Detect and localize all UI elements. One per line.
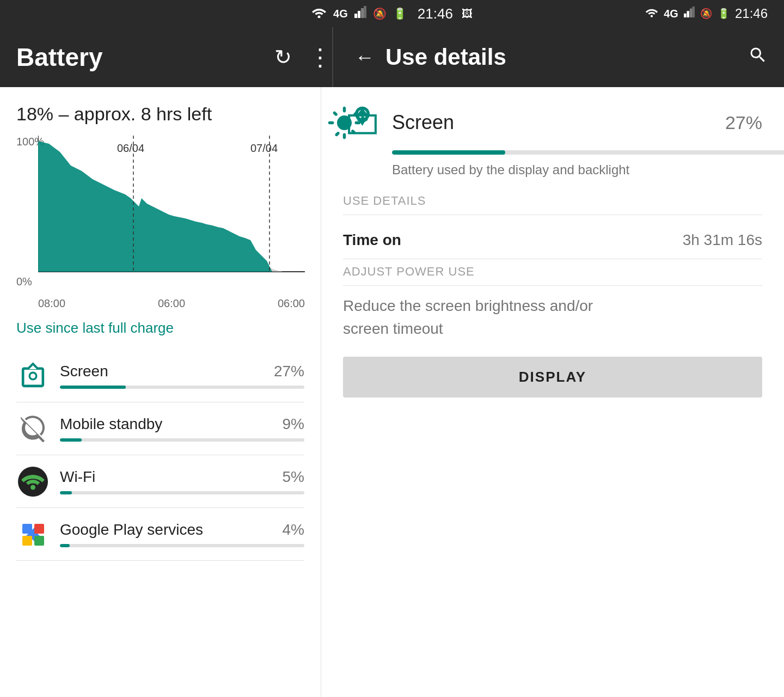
detail-bar-bg [392, 150, 784, 155]
usage-item-mobile-standby[interactable]: Mobile standby 9% [16, 402, 304, 455]
svg-rect-25 [22, 536, 32, 546]
battery-icon-right: 🔋 [718, 8, 730, 20]
wifi-usage-icon [16, 465, 49, 498]
usage-screen-bar-bg [60, 386, 304, 389]
svg-marker-12 [38, 141, 272, 272]
right-panel-title: Use details [385, 44, 506, 70]
chart-x-06-1: 06:00 [158, 297, 185, 310]
app-bar-title: Battery [16, 42, 103, 72]
usage-mobile-name: Mobile standby [60, 415, 162, 433]
usage-gplay-pct: 4% [283, 521, 304, 539]
app-bar-left: Battery ↻ ⋮ [16, 42, 332, 72]
usage-wifi-name: Wi-Fi [60, 468, 95, 486]
usage-screen-info: Screen 27% [60, 363, 304, 389]
usage-gplay-info: Google Play services 4% [60, 521, 304, 547]
signal-bars-icon [354, 6, 366, 21]
usage-gplay-bar-bg [60, 544, 304, 547]
status-bar-right: 4G 🔕 🔋 21:46 [645, 6, 768, 21]
svg-rect-9 [692, 7, 695, 17]
chart-svg: 06/04 07/04 [38, 136, 305, 288]
status-bar-center: 4G 🔕 🔋 21:46 🖼 [311, 5, 473, 22]
chart-y-bottom: 0% [16, 276, 32, 288]
svg-rect-23 [22, 524, 32, 534]
svg-point-0 [318, 16, 321, 19]
wifi-icon-right [645, 7, 658, 21]
4g-icon-right: 4G [664, 8, 678, 20]
mute-icon: 🔕 [373, 7, 387, 20]
usage-wifi-bar-bg [60, 491, 304, 494]
use-details-label: USE DETAILS [343, 194, 762, 215]
usage-wifi-pct: 5% [283, 468, 304, 486]
chart-x-08: 08:00 [38, 297, 65, 310]
detail-pct: 27% [725, 112, 762, 133]
refresh-button[interactable]: ↻ [274, 45, 292, 69]
left-panel: 18% – approx. 8 hrs left 100% 0% 06/04 0… [0, 87, 321, 697]
svg-point-5 [651, 15, 653, 17]
adjust-text: Reduce the screen brightness and/orscree… [343, 295, 762, 340]
usage-mobile-bar-bg [60, 438, 304, 442]
adjust-power-label: ADJUST POWER USE [343, 265, 762, 286]
svg-rect-2 [358, 11, 360, 18]
svg-point-19 [30, 485, 35, 490]
usage-wifi-bar-fill [60, 491, 72, 494]
more-button[interactable]: ⋮ [308, 45, 332, 69]
app-bar: Battery ↻ ⋮ ← Use details [0, 27, 784, 87]
usage-screen-name: Screen [60, 363, 108, 380]
display-button[interactable]: DISPLAY [343, 357, 762, 398]
main-content: 18% – approx. 8 hrs left 100% 0% 06/04 0… [0, 87, 784, 697]
usage-gplay-bar-fill [60, 544, 70, 547]
photo-icon: 🖼 [462, 8, 473, 20]
mobile-standby-icon [16, 412, 49, 445]
detail-title: Screen [392, 111, 454, 134]
usage-item-gplay[interactable]: Google Play services 4% [16, 508, 304, 561]
time-center: 21:46 [418, 5, 453, 22]
use-since-link[interactable]: Use since last full charge [16, 320, 304, 337]
svg-rect-24 [34, 524, 44, 534]
app-bar-icons: ↻ ⋮ [274, 45, 332, 69]
svg-rect-4 [364, 6, 366, 18]
status-bar: 4G 🔕 🔋 21:46 🖼 4G [0, 0, 784, 27]
usage-screen-pct: 27% [274, 363, 304, 380]
svg-rect-6 [684, 14, 687, 17]
detail-subtitle: Battery used by the display and backligh… [392, 162, 762, 178]
svg-text:07/04: 07/04 [250, 142, 278, 154]
svg-rect-26 [34, 536, 44, 546]
battery-icon-center: 🔋 [393, 7, 407, 20]
usage-screen-name-row: Screen 27% [60, 363, 304, 380]
signal-bars-right [684, 7, 695, 21]
usage-gplay-name: Google Play services [60, 521, 203, 539]
usage-wifi-info: Wi-Fi 5% [60, 468, 304, 494]
usage-item-wifi[interactable]: Wi-Fi 5% [16, 455, 304, 508]
usage-mobile-bar-fill [60, 438, 82, 442]
svg-text:06/04: 06/04 [117, 142, 144, 154]
gplay-icon [16, 518, 49, 551]
detail-header: Screen 27% [343, 103, 762, 142]
usage-mobile-pct: 9% [283, 415, 304, 433]
svg-marker-13 [270, 266, 305, 272]
time-on-row: Time on 3h 31m 16s [343, 222, 762, 259]
search-button[interactable] [748, 45, 768, 70]
detail-bar-fill [392, 150, 505, 155]
detail-screen-icon [343, 103, 381, 142]
usage-mobile-info: Mobile standby 9% [60, 415, 304, 442]
wifi-icon [311, 6, 327, 21]
chart-x-06-2: 06:00 [278, 297, 305, 310]
battery-status-text: 18% – approx. 8 hrs left [16, 103, 304, 125]
mute-icon-right: 🔕 [700, 8, 712, 20]
screen-icon [16, 359, 49, 392]
usage-item-screen[interactable]: Screen 27% [16, 350, 304, 402]
usage-gplay-name-row: Google Play services 4% [60, 521, 304, 539]
svg-rect-3 [361, 8, 364, 18]
usage-screen-bar-fill [60, 386, 126, 389]
detail-title-row: Screen 27% [392, 111, 762, 134]
back-button[interactable]: ← [355, 46, 375, 69]
usage-list: Screen 27% Mobile standby [16, 350, 304, 561]
svg-rect-8 [690, 9, 693, 17]
time-on-label: Time on [343, 231, 401, 249]
time-right: 21:46 [735, 6, 768, 21]
chart-x-labels: 08:00 06:00 06:00 [38, 297, 305, 310]
battery-chart: 100% 0% 06/04 07/04 08:00 06:00 06 [16, 136, 305, 310]
svg-rect-7 [687, 11, 689, 17]
time-on-value: 3h 31m 16s [683, 231, 762, 249]
app-bar-right: ← Use details [333, 44, 768, 70]
